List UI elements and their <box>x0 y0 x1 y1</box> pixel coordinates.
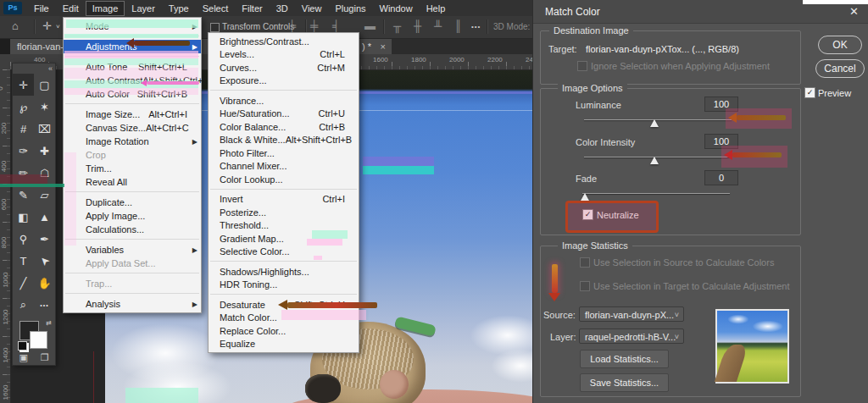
zoom-tool[interactable]: ⌕ <box>13 294 34 316</box>
save-statistics-button[interactable]: Save Statistics... <box>580 373 669 392</box>
menu-item-shadows-highlights[interactable]: Shadows/Highlights... <box>209 265 359 279</box>
menubar-item-select[interactable]: Select <box>196 1 236 16</box>
lasso-tool[interactable]: ℘ <box>13 96 34 118</box>
menu-item-mode[interactable]: Mode▶ <box>64 19 201 33</box>
menu-item-exposure[interactable]: Exposure... <box>209 75 359 88</box>
fade-slider[interactable] <box>582 193 730 194</box>
layer-dropdown[interactable]: raquel-pedrotti-hB-V... ˅ <box>579 328 684 344</box>
object-selection-tool[interactable]: ✶ <box>34 96 55 118</box>
menu-item-brightness-contrast[interactable]: Brightness/Contrast... <box>209 35 359 48</box>
preview-checkbox[interactable]: ✓ <box>804 87 815 98</box>
menu-item-canvas-size[interactable]: Canvas Size...Alt+Ctrl+C <box>64 121 201 135</box>
menubar-item-image[interactable]: Image <box>86 1 125 16</box>
menu-item-color-lookup[interactable]: Color Lookup... <box>209 173 359 186</box>
menu-item-posterize[interactable]: Posterize... <box>209 206 359 219</box>
edit-toolbar[interactable]: ••• <box>34 294 55 316</box>
hand-tool[interactable]: ✋ <box>34 272 55 294</box>
menubar-item-plugins[interactable]: Plugins <box>328 1 372 16</box>
menu-item-channel-mixer[interactable]: Channel Mixer... <box>209 160 359 174</box>
path-selection-tool[interactable]: ➤ <box>34 250 55 272</box>
menu-item-duplicate[interactable]: Duplicate... <box>64 196 201 209</box>
menu-item-equalize[interactable]: Equalize <box>209 338 359 351</box>
fade-slider-thumb[interactable] <box>581 193 589 201</box>
cancel-button[interactable]: Cancel <box>815 59 865 78</box>
align-bar-icon[interactable]: ▬ <box>364 19 376 32</box>
brush-tool[interactable]: ✏ <box>13 162 34 184</box>
menu-item-replace-color[interactable]: Replace Color... <box>209 324 359 338</box>
menubar-item-filter[interactable]: Filter <box>235 1 269 16</box>
menu-item-invert[interactable]: InvertCtrl+I <box>209 193 359 207</box>
clone-stamp-tool[interactable]: ☖ <box>34 162 55 184</box>
dialog-close-icon[interactable]: ✕ <box>849 5 859 18</box>
eyedropper-tool[interactable]: ✑ <box>13 140 34 162</box>
move-tool[interactable]: ✛ <box>13 74 34 96</box>
collapse-panel-icon[interactable]: « <box>48 64 53 73</box>
swap-colors-icon[interactable]: ⇄ <box>46 319 52 327</box>
menu-item-image-size[interactable]: Image Size...Alt+Ctrl+I <box>64 108 201 121</box>
menubar-item-file[interactable]: File <box>27 1 56 16</box>
luminance-value[interactable]: 100 <box>704 97 738 112</box>
menubar-item-edit[interactable]: Edit <box>56 1 86 16</box>
menu-item-vibrance[interactable]: Vibrance... <box>209 94 359 108</box>
menu-item-auto-tone[interactable]: Auto ToneShift+Ctrl+L <box>64 60 201 74</box>
home-icon[interactable]: ⌂ <box>12 19 19 32</box>
screen-mode-icon[interactable]: ❐ <box>41 352 49 363</box>
chevron-down-icon[interactable]: ˅ <box>56 23 60 30</box>
menubar-item-3d[interactable]: 3D <box>270 1 295 16</box>
menu-item-image-rotation[interactable]: Image Rotation▶ <box>64 135 201 148</box>
eraser-tool[interactable]: ▱ <box>34 184 55 206</box>
fade-value[interactable]: 0 <box>704 170 738 185</box>
source-dropdown[interactable]: florian-van-duyn-pX... ˅ <box>579 306 684 322</box>
align-right-edges-icon[interactable]: ╡ <box>332 19 340 32</box>
move-tool-icon[interactable]: ✛ <box>42 19 52 32</box>
menu-item-threshold[interactable]: Threshold... <box>209 219 359 233</box>
distribute-vertical-centers-icon[interactable]: ╫ <box>414 19 421 32</box>
menu-item-reveal-all[interactable]: Reveal All <box>64 175 201 189</box>
gradient-tool[interactable]: ◧ <box>13 206 34 228</box>
ok-button[interactable]: OK <box>818 36 862 54</box>
healing-brush-tool[interactable]: ✚ <box>34 140 55 162</box>
type-tool[interactable]: T <box>13 250 34 272</box>
menu-item-levels[interactable]: Levels...Ctrl+L <box>209 48 359 62</box>
distribute-left-edges-icon[interactable]: ║ <box>454 19 462 32</box>
luminance-slider-thumb[interactable] <box>650 119 659 127</box>
crop-tool[interactable]: # <box>13 118 34 140</box>
menu-item-selective-color[interactable]: Selective Color... <box>209 246 359 259</box>
menu-item-black-white[interactable]: Black & White...Alt+Shift+Ctrl+B <box>209 134 359 147</box>
menu-item-photo-filter[interactable]: Photo Filter... <box>209 146 359 160</box>
menu-item-auto-contrast[interactable]: Auto ContrastAlt+Shift+Ctrl+L <box>64 74 201 87</box>
menu-item-hdr-toning[interactable]: HDR Toning... <box>209 279 359 292</box>
menu-item-gradient-map[interactable]: Gradient Map... <box>209 232 359 246</box>
menu-item-auto-color[interactable]: Auto ColorShift+Ctrl+B <box>64 87 201 101</box>
pen-tool[interactable]: ✒ <box>34 228 55 250</box>
color-intensity-value[interactable]: 100 <box>704 134 738 149</box>
blur-tool[interactable]: ▲ <box>34 206 55 228</box>
dodge-tool[interactable]: ⚲ <box>13 228 34 250</box>
menubar-item-layer[interactable]: Layer <box>125 1 162 16</box>
menubar-item-type[interactable]: Type <box>162 1 196 16</box>
menubar-item-window[interactable]: Window <box>373 1 420 16</box>
menu-item-trim[interactable]: Trim... <box>64 162 201 175</box>
distribute-bottom-edges-icon[interactable]: ╨ <box>434 19 442 32</box>
menubar-item-view[interactable]: View <box>295 1 329 16</box>
background-color-swatch[interactable] <box>30 331 47 349</box>
menubar-item-help[interactable]: Help <box>420 1 453 16</box>
load-statistics-button[interactable]: Load Statistics... <box>580 350 669 368</box>
rectangular-marquee-tool[interactable]: ▢ <box>34 74 55 96</box>
color-intensity-slider-thumb[interactable] <box>650 157 659 164</box>
quick-mask-icon[interactable]: ▣ <box>19 352 27 363</box>
menu-item-hue-saturation[interactable]: Hue/Saturation...Ctrl+U <box>209 108 359 121</box>
frame-tool[interactable]: ⌧ <box>34 118 55 140</box>
tab-close-icon[interactable]: × <box>381 39 386 54</box>
history-brush-tool[interactable]: ✎ <box>13 184 34 206</box>
menu-item-calculations[interactable]: Calculations... <box>64 223 201 236</box>
menu-item-match-color[interactable]: Match Color... <box>209 312 359 325</box>
menu-item-color-balance[interactable]: Color Balance...Ctrl+B <box>209 120 359 134</box>
menu-item-analysis[interactable]: Analysis▶ <box>64 297 201 311</box>
line-tool[interactable]: ╱ <box>13 272 34 294</box>
menu-item-apply-image[interactable]: Apply Image... <box>64 209 201 223</box>
menu-item-variables[interactable]: Variables▶ <box>64 243 201 257</box>
distribute-top-edges-icon[interactable]: ╥ <box>393 19 401 32</box>
transform-controls-checkbox[interactable] <box>210 23 220 32</box>
align-left-edges-icon[interactable]: ╞ <box>288 19 296 32</box>
